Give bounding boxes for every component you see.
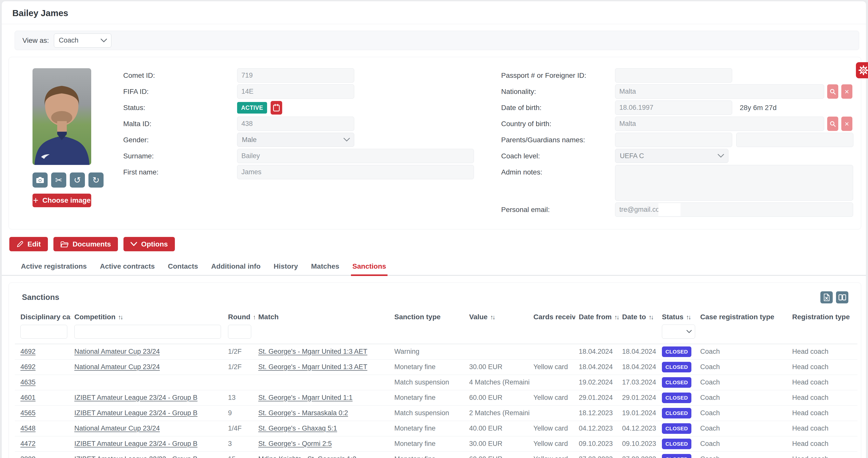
column-header-date-from[interactable]: Date from↑↓ — [575, 311, 619, 322]
personal-email-field[interactable] — [615, 202, 853, 217]
cell-date_from: 18.12.2023 — [575, 405, 619, 421]
competition-link[interactable]: IZIBET Amateur League 22/23 - Group B — [74, 455, 197, 458]
options-button[interactable]: Options — [123, 237, 175, 251]
surname-field[interactable] — [237, 149, 474, 163]
competition-link[interactable]: IZIBET Amateur League 23/24 - Group B — [74, 409, 197, 417]
passport-field[interactable] — [615, 68, 732, 83]
view-as-select[interactable]: Coach — [54, 33, 112, 47]
rotate-right-button[interactable]: ↻ — [88, 172, 103, 188]
cell-case: 4692 — [15, 344, 71, 359]
sort-icon[interactable]: ↑↓ — [118, 314, 122, 321]
tab-sanctions[interactable]: Sanctions — [346, 259, 393, 275]
dob-field[interactable] — [615, 100, 732, 115]
camera-button[interactable] — [32, 172, 48, 188]
filter-input-round[interactable] — [228, 325, 251, 339]
choose-image-button[interactable]: + Choose image — [32, 194, 91, 207]
match-link[interactable]: St. George's - Marsaskala 0:2 — [258, 409, 348, 417]
sort-icon[interactable]: ↑↓ — [686, 314, 690, 321]
filter-input-disciplinary-case[interactable] — [21, 325, 67, 339]
tab-history[interactable]: History — [267, 259, 304, 275]
case-link[interactable]: 4692 — [21, 363, 35, 371]
cell-round: 1/2F — [224, 359, 255, 375]
cell-sanction_type: Monetary fine — [391, 436, 466, 452]
match-link[interactable]: Mdina Knights - St. George's 1:2 — [258, 455, 356, 458]
case-link[interactable]: 4635 — [21, 379, 35, 386]
tab-additional-info[interactable]: Additional info — [205, 259, 267, 275]
columns-icon — [839, 294, 846, 300]
sort-icon[interactable]: ↑↓ — [649, 314, 653, 321]
edit-button[interactable]: Edit — [9, 237, 48, 251]
table-body: 4692National Amateur Cup 23/241/2FSt. Ge… — [15, 344, 858, 458]
filter-input-competition[interactable] — [74, 325, 221, 339]
case-link[interactable]: 4692 — [21, 348, 35, 355]
parents-label: Parents/Guardians names: — [501, 133, 615, 144]
gender-select[interactable]: Male — [237, 133, 354, 147]
rotate-left-button[interactable]: ↺ — [70, 172, 85, 188]
competition-link[interactable]: IZIBET Amateur League 23/24 - Group B — [74, 440, 197, 448]
column-header-disciplinary-case[interactable]: Disciplinary case↑↓ — [15, 311, 71, 322]
admin-notes-label: Admin notes: — [501, 165, 615, 176]
match-link[interactable]: St. George's - Ghaxaq 5:1 — [258, 425, 337, 432]
cell-date_from: 18.04.2024 — [575, 344, 619, 359]
match-link[interactable]: St. George's - Mgarr United 1:1 — [258, 394, 352, 401]
match-link[interactable]: St. George's - Qormi 2:5 — [258, 440, 332, 448]
sort-icon[interactable]: ↑↓ — [490, 314, 494, 321]
nationality-search-button[interactable] — [827, 84, 838, 99]
filter-select-status[interactable] — [662, 325, 695, 339]
match-link[interactable]: St. George's - Mgarr United 1:3 AET — [258, 348, 367, 355]
malta-id-field[interactable] — [237, 117, 354, 131]
columns-button[interactable] — [836, 291, 848, 303]
tab-active-contracts[interactable]: Active contracts — [93, 259, 161, 275]
status-history-button[interactable] — [271, 101, 282, 115]
excel-export-button[interactable] — [820, 291, 833, 303]
column-header-status[interactable]: Status↑↓ — [658, 311, 697, 322]
parent-name-field-1[interactable] — [615, 133, 732, 147]
coach-level-select[interactable]: UEFA C — [615, 149, 728, 163]
competition-link[interactable]: National Amateur Cup 23/24 — [74, 363, 160, 371]
competition-link[interactable]: National Amateur Cup 23/24 — [74, 348, 160, 355]
case-link[interactable]: 4565 — [21, 409, 35, 417]
cell-date_from: 27.02.2023 — [575, 452, 619, 458]
fifa-id-field[interactable] — [237, 84, 354, 99]
country-clear-button[interactable]: × — [841, 117, 852, 131]
gender-value: Male — [242, 136, 257, 144]
cell-date_to: 29.01.2024 — [619, 390, 658, 405]
cell-sanction_type: Monetary fine — [391, 452, 466, 458]
first-name-field[interactable] — [237, 165, 474, 179]
tab-active-registrations[interactable]: Active registrations — [14, 259, 93, 275]
status-badge: CLOSED — [662, 408, 691, 419]
case-link[interactable]: 4548 — [21, 425, 35, 432]
column-header-competition[interactable]: Competition↑↓ — [71, 311, 224, 322]
admin-notes-field[interactable] — [615, 165, 853, 201]
nationality-clear-button[interactable]: × — [841, 84, 852, 99]
case-link[interactable]: 3808 — [21, 455, 35, 458]
sort-icon[interactable]: ↑↓ — [253, 314, 255, 321]
country-of-birth-field[interactable] — [615, 117, 824, 131]
cell-match: St. George's - Marsaskala 0:2 — [255, 405, 391, 421]
column-header-round[interactable]: Round↑↓ — [224, 311, 255, 322]
tab-matches[interactable]: Matches — [305, 259, 346, 275]
crop-button[interactable]: ✂ — [51, 172, 66, 188]
country-search-button[interactable] — [827, 117, 838, 131]
column-header-value[interactable]: Value↑↓ — [466, 311, 530, 322]
documents-button[interactable]: Documents — [54, 237, 118, 251]
cell-case: 4472 — [15, 436, 71, 452]
settings-gear-button[interactable] — [856, 62, 868, 78]
action-buttons: Edit Documents Options — [9, 237, 860, 251]
tab-contacts[interactable]: Contacts — [161, 259, 205, 275]
parent-name-field-2[interactable] — [736, 133, 854, 147]
competition-link[interactable]: IZIBET Amateur League 23/24 - Group B — [74, 394, 197, 401]
case-link[interactable]: 4601 — [21, 394, 35, 401]
case-link[interactable]: 4472 — [21, 440, 35, 448]
competition-link[interactable]: National Amateur Cup 23/24 — [74, 425, 160, 432]
match-link[interactable]: St. George's - Mgarr United 1:3 AET — [258, 363, 367, 371]
tab-bar: Active registrationsActive contractsCont… — [8, 259, 860, 275]
gear-icon — [858, 65, 868, 76]
comet-id-field[interactable] — [237, 68, 354, 83]
sort-icon[interactable]: ↑↓ — [614, 314, 619, 321]
clear-icon: × — [844, 120, 849, 128]
column-header-date-to[interactable]: Date to↑↓ — [619, 311, 658, 322]
nationality-field[interactable] — [615, 84, 824, 99]
cell-case: 3808 — [15, 452, 71, 458]
column-header-cards-received: Cards received — [530, 311, 575, 322]
